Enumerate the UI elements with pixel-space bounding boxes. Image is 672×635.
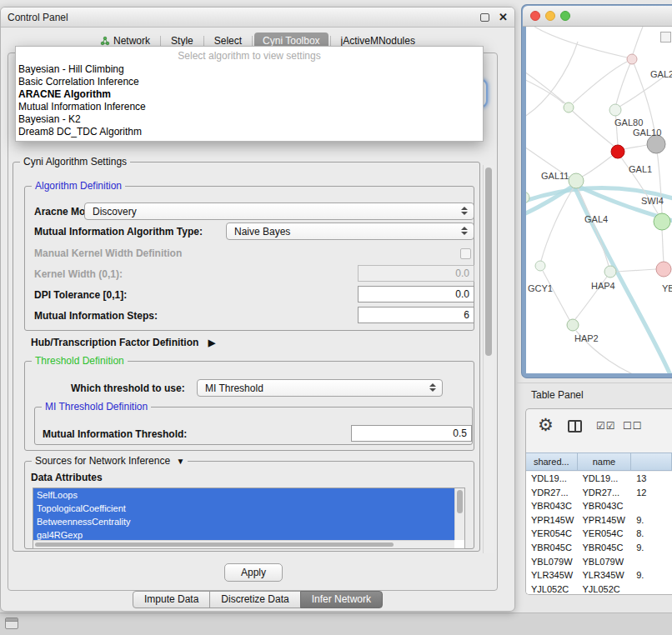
network-edge[interactable] — [582, 156, 612, 177]
attribute-list-item[interactable]: SelfLoops — [33, 488, 454, 502]
select-all-icon[interactable]: ☑☑ — [596, 420, 616, 432]
network-edge[interactable] — [534, 27, 627, 58]
attribute-list-item[interactable]: TopologicalCoefficient — [33, 502, 454, 515]
dpi-tolerance-field[interactable]: 0.0 — [358, 286, 474, 302]
mi-type-value: Naive Bayes — [234, 226, 290, 238]
table-cell — [631, 555, 672, 569]
table-header-cell[interactable] — [631, 453, 672, 470]
network-edge[interactable] — [526, 185, 574, 217]
bottom-tab-impute-data[interactable]: Impute Data — [133, 591, 210, 608]
checkbox-glyph: ☑ — [596, 420, 606, 432]
network-edge[interactable] — [662, 230, 664, 262]
network-node[interactable] — [604, 266, 616, 278]
network-edge[interactable] — [616, 269, 656, 272]
algorithm-option-dream8-dc-tdc-algorithm[interactable]: Dream8 DC_TDC Algorithm — [16, 126, 483, 138]
tab-label: jActiveMNodules — [341, 35, 415, 47]
table-panel-title: Table Panel — [531, 389, 584, 401]
network-edge[interactable] — [624, 145, 648, 149]
network-node[interactable] — [609, 104, 621, 116]
table-row[interactable]: YBL079WYBL079W — [526, 555, 672, 569]
table-cell: YJL052C — [526, 582, 578, 595]
list-vertical-scrollbar[interactable] — [454, 488, 464, 540]
network-edge[interactable] — [526, 70, 566, 104]
list-horizontal-scrollbar[interactable] — [33, 540, 454, 548]
apply-button[interactable]: Apply — [224, 563, 283, 582]
network-edge[interactable] — [619, 75, 666, 107]
data-attributes-label: Data Attributes — [31, 472, 103, 483]
collapsed-panel-icon-titlebar — [6, 618, 18, 622]
aracne-mode-combobox[interactable]: Discovery — [84, 202, 474, 220]
network-scroll-corner[interactable] — [660, 32, 671, 42]
network-node[interactable] — [564, 102, 574, 112]
network-node[interactable] — [535, 261, 545, 271]
table-cell: YJL052C — [578, 582, 632, 595]
network-view-window: GAL2GAL80GAL10GAL11GAL1SWI4GAL4GCY1HAP4H… — [521, 4, 672, 378]
table-row[interactable]: YPR145WYPR145W9. — [526, 513, 672, 528]
bottom-tab-discretize-data[interactable]: Discretize Data — [209, 591, 300, 608]
mi-steps-field[interactable]: 6 — [358, 307, 474, 323]
table-cell: YBR043C — [578, 499, 632, 513]
network-edge[interactable] — [541, 188, 574, 261]
table-row[interactable]: YBR043CYBR043C — [526, 499, 672, 513]
algorithm-option-bayesian-hill-climbing[interactable]: Bayesian - Hill Climbing — [16, 63, 483, 76]
zoom-traffic-light-icon[interactable] — [560, 11, 570, 21]
table-header-cell[interactable]: shared... — [526, 453, 578, 470]
algorithm-option-basic-correlation-inference[interactable]: Basic Correlation Inference — [16, 76, 483, 88]
table-row[interactable]: YBR045CYBR045C9. — [526, 541, 672, 555]
network-node[interactable] — [647, 135, 665, 153]
algorithm-option-mutual-information-inference[interactable]: Mutual Information Inference — [16, 101, 483, 113]
network-node[interactable] — [654, 213, 670, 230]
mi-type-combobox[interactable]: Naive Bayes — [226, 222, 474, 240]
algorithm-option-bayesian-k2[interactable]: Bayesian - K2 — [16, 113, 483, 126]
attribute-list-item[interactable]: gal4RGexp — [33, 528, 454, 540]
table-row[interactable]: YLR345WYLR345W9. — [526, 568, 672, 582]
table-panel-header: Table Panel — [517, 382, 672, 406]
deselect-all-icon[interactable]: ☐☐ — [623, 420, 643, 432]
network-node[interactable] — [627, 54, 637, 64]
gear-icon[interactable]: ⚙ — [538, 416, 554, 433]
network-edge[interactable] — [633, 27, 643, 54]
network-edge[interactable] — [573, 62, 627, 103]
columns-icon[interactable] — [568, 420, 582, 432]
manual-kernel-checkbox[interactable] — [460, 248, 471, 259]
settings-scrollbar[interactable] — [483, 165, 494, 553]
sources-group-title[interactable]: Sources for Network Inference ▼ — [32, 455, 188, 467]
mi-threshold-field[interactable]: 0.5 — [351, 425, 472, 442]
minimize-traffic-light-icon[interactable] — [545, 11, 555, 21]
node-label: GAL2 — [650, 69, 672, 79]
table-cell — [631, 582, 672, 595]
table-row[interactable]: YDL19...YDL19...13 — [526, 472, 672, 486]
kernel-width-field[interactable]: 0.0 — [358, 265, 474, 282]
network-node[interactable] — [611, 145, 624, 158]
table-row[interactable]: YJL052CYJL052C — [526, 582, 672, 595]
table-cell: 9. — [631, 541, 672, 555]
table-cell: YDL19... — [526, 472, 578, 486]
network-svg: GAL2GAL80GAL10GAL11GAL1SWI4GAL4GCY1HAP4H… — [526, 27, 672, 373]
algorithm-option-aracne-algorithm[interactable]: ARACNE Algorithm — [16, 88, 483, 101]
network-node[interactable] — [569, 173, 584, 188]
hub-definition-label: Hub/Transcription Factor Definition — [31, 337, 198, 348]
network-edge[interactable] — [569, 108, 614, 147]
table-header-cell[interactable]: name — [578, 453, 632, 470]
network-node[interactable] — [656, 262, 671, 277]
network-window-titlebar[interactable] — [523, 6, 672, 27]
attribute-list-item[interactable]: BetweennessCentrality — [33, 515, 454, 528]
scrollbar-thumb[interactable] — [485, 168, 492, 356]
hub-definition-toggle[interactable]: Hub/Transcription Factor Definition ▶ — [31, 337, 215, 348]
scrollbar-thumb[interactable] — [35, 542, 394, 547]
collapsed-panel-icon[interactable] — [5, 618, 18, 629]
network-edge[interactable] — [616, 59, 632, 104]
control-panel-titlebar[interactable]: Control Panel ✕ — [1, 8, 514, 28]
table-row[interactable]: YDR27...YDR27...12 — [526, 486, 672, 500]
float-window-icon[interactable] — [480, 13, 489, 22]
bottom-tab-infer-network[interactable]: Infer Network — [300, 591, 383, 608]
scrollbar-thumb[interactable] — [457, 490, 463, 513]
close-icon[interactable]: ✕ — [499, 11, 508, 23]
network-edge[interactable] — [543, 271, 569, 320]
network-canvas[interactable]: GAL2GAL80GAL10GAL11GAL1SWI4GAL4GCY1HAP4H… — [526, 27, 672, 373]
table-row[interactable]: YER054CYER054C8. — [526, 527, 672, 541]
network-node[interactable] — [567, 319, 579, 331]
close-traffic-light-icon[interactable] — [530, 11, 540, 21]
table-toolbar: ⚙ ☑☑ ☐☐ — [526, 409, 672, 451]
which-threshold-combobox[interactable]: MI Threshold — [197, 379, 443, 397]
